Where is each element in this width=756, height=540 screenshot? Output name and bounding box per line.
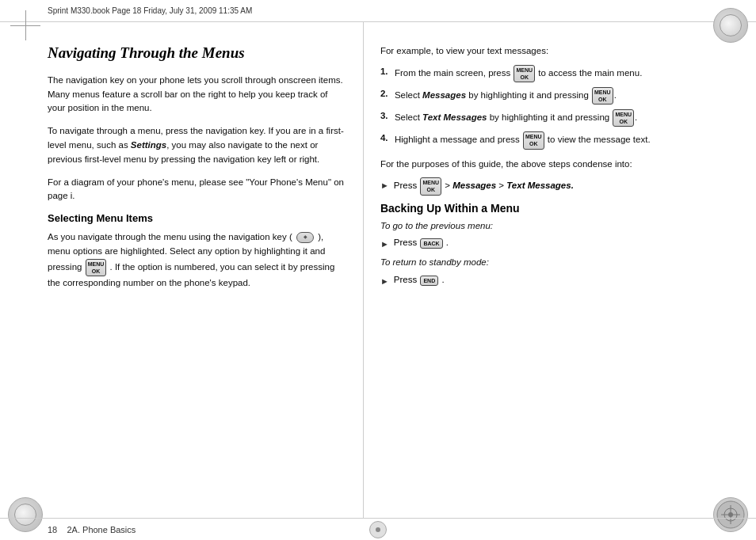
step-3: 3. Select Text Messages by highlighting …	[380, 109, 716, 127]
selecting-menu-items-heading: Selecting Menu Items	[48, 212, 346, 224]
left-column: Navigating Through the Menus The navigat…	[0, 22, 363, 518]
menu-ok-button-step3: MENUOK	[613, 109, 634, 127]
condense-bullet: ► Press MENUOK > Messages > Text Message…	[380, 177, 716, 195]
footer-page-number: 18	[48, 525, 57, 534]
para2: To navigate through a menu, press the na…	[48, 124, 346, 166]
step-4: 4. Highlight a message and press MENUOK …	[380, 131, 716, 149]
footer-bar: 18 2A. Phone Basics	[0, 518, 756, 540]
content-area: Navigating Through the Menus The navigat…	[0, 22, 756, 518]
bullet-triangle-end-icon: ►	[380, 275, 389, 288]
intro-text: For example, to view your text messages:	[380, 44, 716, 59]
back-button-inline: BACK	[420, 238, 442, 249]
press-back-bullet: ► Press BACK .	[380, 236, 716, 251]
footer-section: 2A. Phone Basics	[67, 525, 136, 534]
para1: The navigation key on your phone lets yo…	[48, 74, 346, 116]
step-2: 2. Select Messages by highlighting it an…	[380, 87, 716, 105]
end-button-inline: END	[420, 276, 438, 286]
press-end-bullet: ► Press END .	[380, 273, 716, 288]
steps-list: 1. From the main screen, press MENUOK to…	[380, 65, 716, 150]
backing-up-heading: Backing Up Within a Menu	[380, 202, 716, 215]
header-text: Sprint M330.book Page 18 Friday, July 31…	[48, 6, 252, 15]
header-bar: Sprint M330.book Page 18 Friday, July 31…	[0, 0, 756, 22]
bullet-triangle-back-icon: ►	[380, 238, 389, 251]
bullet-triangle-icon: ►	[380, 179, 389, 192]
menu-ok-button-step4: MENUOK	[523, 131, 544, 149]
menu-ok-button-step2: MENUOK	[592, 87, 613, 105]
condense-intro: For the purposes of this guide, the abov…	[380, 158, 716, 172]
page-title: Navigating Through the Menus	[48, 44, 346, 63]
para3: For a diagram of your phone's menu, plea…	[48, 176, 346, 204]
menu-ok-button-condense: MENUOK	[420, 177, 441, 195]
menu-ok-button-step1: MENUOK	[514, 65, 535, 82]
para4: As you navigate through the menu using t…	[48, 230, 346, 291]
page-wrapper: Sprint M330.book Page 18 Friday, July 31…	[0, 0, 756, 540]
to-standby-text: To return to standby mode:	[380, 256, 716, 270]
footer-spacer	[57, 525, 67, 534]
nav-key-icon	[296, 232, 314, 243]
step-1: 1. From the main screen, press MENUOK to…	[380, 65, 716, 82]
menu-ok-button-inline1: MENUOK	[86, 259, 107, 276]
right-column: For example, to view your text messages:…	[363, 22, 756, 518]
to-previous-text: To go to the previous menu:	[380, 219, 716, 234]
